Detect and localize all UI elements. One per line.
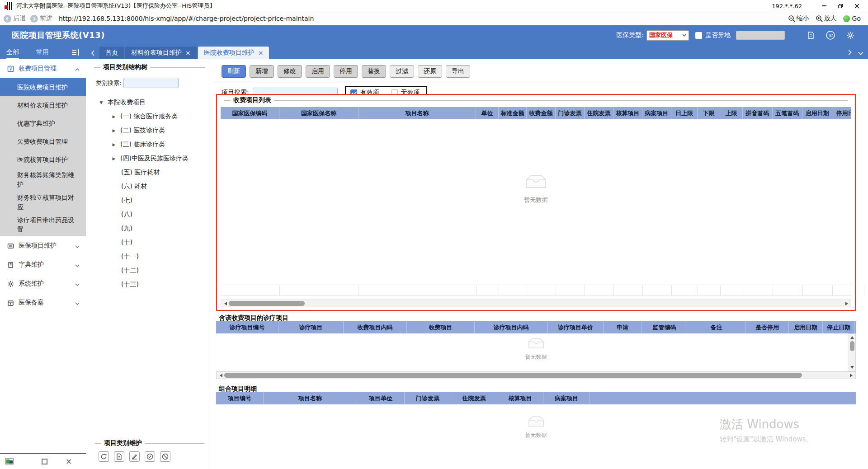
enable-category-button[interactable] (145, 451, 155, 462)
tab-close-icon[interactable]: × (258, 49, 264, 56)
过滤-button[interactable]: 过滤 (390, 65, 414, 78)
treatment-table-hscrollbar[interactable] (216, 371, 856, 379)
刷新-button[interactable]: 刷新 (222, 65, 246, 78)
tree-node-(十三)[interactable]: (十三) (90, 277, 209, 291)
column-header-拼音首码[interactable]: 拼音首码 (743, 107, 773, 119)
新增-button[interactable]: 新增 (250, 65, 274, 78)
sidebar-group-系统维护[interactable]: 系统维护 (0, 274, 86, 293)
go-button[interactable]: Go (852, 15, 861, 22)
column-header-停止日期[interactable]: 停止日期 (823, 321, 855, 333)
column-header-病案项目[interactable]: 病案项目 (543, 392, 590, 404)
hscroll-thumb[interactable] (224, 373, 802, 378)
column-header-是否停用[interactable]: 是否停用 (746, 321, 789, 333)
tree-node-(十一)[interactable]: (十一) (90, 249, 209, 263)
column-header-备注[interactable]: 备注 (687, 321, 746, 333)
column-header-诊疗项目单价[interactable]: 诊疗项目单价 (548, 321, 604, 333)
导出-button[interactable]: 导出 (446, 65, 470, 78)
si-button[interactable]: SI (825, 29, 836, 41)
sidebar-item-诊疗项目带出药品设置[interactable]: 诊疗项目带出药品设置 (0, 214, 86, 236)
column-header-标准金额[interactable]: 标准金额 (499, 107, 527, 119)
column-header-项目编号[interactable]: 项目编号 (216, 392, 264, 404)
sidebar-item-医院收费项目维护[interactable]: 医院收费项目维护 (0, 78, 86, 96)
替换-button[interactable]: 替换 (362, 65, 386, 78)
close-widget-icon[interactable]: × (66, 458, 72, 465)
tree-collapsed-icon[interactable]: ▶ (111, 114, 117, 119)
zoom-in-button[interactable]: 放大 (816, 14, 837, 23)
column-header-门诊发票[interactable]: 门诊发票 (405, 392, 451, 404)
scroll-left-button[interactable] (221, 300, 229, 307)
column-header-收费项目内码[interactable]: 收费项目内码 (344, 321, 407, 333)
scroll-right-button[interactable] (848, 372, 855, 379)
sidebar-group-医保备案[interactable]: 医保备案 (0, 293, 86, 312)
column-header-住院发票[interactable]: 住院发票 (585, 107, 613, 119)
sidebar-group-医保项目维护[interactable]: 医保项目维护 (0, 236, 86, 255)
column-header-申请[interactable]: 申请 (604, 321, 642, 333)
remote-checkbox[interactable] (695, 32, 702, 39)
close-button[interactable] (850, 1, 863, 10)
sidebar-item-财务独立核算项目对应[interactable]: 财务独立核算项目对应 (0, 191, 86, 214)
column-header-项目名称[interactable]: 项目名称 (264, 392, 357, 404)
document-button[interactable] (805, 29, 816, 41)
tree-collapsed-icon[interactable]: ▶ (111, 128, 117, 133)
column-header-诊疗项目编号[interactable]: 诊疗项目编号 (216, 321, 278, 333)
sidebar-item-材料价表项目维护[interactable]: 材料价表项目维护 (0, 96, 86, 114)
tab-首页[interactable]: 首页 (99, 47, 124, 59)
address-url[interactable]: http://192.168.5.131:8000/his-xmgl/app/#… (59, 15, 314, 22)
还原-button[interactable]: 还原 (418, 65, 442, 78)
menu-collapse-icon[interactable] (72, 49, 80, 56)
column-header-收费项目[interactable]: 收费项目 (407, 321, 475, 333)
column-header-收费金额[interactable]: 收费金额 (527, 107, 556, 119)
tree-node-(六) 耗材[interactable]: (六) 耗材 (90, 179, 209, 193)
remote-input[interactable] (736, 31, 785, 40)
tab-close-icon[interactable]: × (185, 49, 191, 56)
tab-医院收费项目维护[interactable]: 医院收费项目维护× (198, 47, 269, 59)
tab-menu-button[interactable] (858, 50, 863, 56)
tree-expanded-icon[interactable]: ▼ (99, 100, 104, 105)
tree-node-(十二)[interactable]: (十二) (90, 263, 209, 277)
column-header-诊疗项目内码[interactable]: 诊疗项目内码 (475, 321, 548, 333)
treatment-table-vscrollbar[interactable] (849, 333, 856, 371)
sidebar-item-医院核算项目维护[interactable]: 医院核算项目维护 (0, 150, 86, 169)
column-header-核算项目[interactable]: 核算项目 (613, 107, 642, 119)
tree-node-(四)中医及民族医诊疗类[interactable]: ▶(四)中医及民族医诊疗类 (90, 151, 209, 165)
tree-collapsed-icon[interactable]: ▶ (111, 156, 117, 161)
sidebar-group-字典维护[interactable]: 字典维护 (0, 255, 86, 274)
new-category-button[interactable] (114, 451, 124, 462)
vscroll-thumb[interactable] (850, 341, 854, 351)
scroll-up-button[interactable] (849, 334, 856, 340)
hscroll-thumb[interactable] (229, 301, 305, 306)
column-header-国家医保名称[interactable]: 国家医保名称 (279, 107, 359, 119)
disable-category-button[interactable] (160, 451, 170, 462)
insurance-type-select[interactable]: 国家医保 (646, 30, 689, 41)
修改-button[interactable]: 修改 (278, 65, 302, 78)
column-header-门诊发票[interactable]: 门诊发票 (556, 107, 585, 119)
scroll-down-button[interactable] (849, 365, 856, 371)
tree-node-(八)[interactable]: (八) (90, 207, 209, 221)
forward-button[interactable]: 前进 (30, 14, 52, 23)
settings-button[interactable] (844, 29, 856, 41)
tree-node-(七)[interactable]: (七) (90, 193, 209, 207)
sidebar-item-财务核算账簿类别维护[interactable]: 财务核算账簿类别维护 (0, 169, 86, 191)
refresh-category-button[interactable] (99, 451, 109, 462)
column-header-国家医保编码[interactable]: 国家医保编码 (221, 107, 279, 119)
collapse-tabs-button[interactable] (86, 47, 99, 59)
tree-node-(十)[interactable]: (十) (90, 235, 209, 249)
tab-材料价表项目维护[interactable]: 材料价表项目维护× (125, 47, 197, 59)
back-button[interactable]: 后退 (4, 14, 26, 23)
charge-table-hscrollbar[interactable] (221, 300, 851, 307)
停用-button[interactable]: 停用 (334, 65, 358, 78)
sidebar-item-优惠字典维护[interactable]: 优惠字典维护 (0, 114, 86, 132)
column-header-单位[interactable]: 单位 (476, 107, 499, 119)
column-header-日上限[interactable]: 日上限 (671, 107, 698, 119)
sidebar-group-收费项目管理[interactable]: ¥收费项目管理 (0, 59, 86, 78)
column-header-项目单位[interactable]: 项目单位 (357, 392, 405, 404)
tree-node-(三) 临床诊疗类[interactable]: ▶(三) 临床诊疗类 (90, 137, 209, 151)
启用-button[interactable]: 启用 (306, 65, 330, 78)
minimize-button[interactable] (817, 1, 831, 10)
column-header-核算项目[interactable]: 核算项目 (497, 392, 543, 404)
sidebar-tab-common[interactable]: 常用 (36, 45, 49, 59)
edit-category-button[interactable] (129, 451, 140, 462)
zoom-out-button[interactable]: 缩小 (788, 14, 809, 23)
column-header-项目名称[interactable]: 项目名称 (359, 107, 476, 119)
scroll-right-button[interactable] (843, 300, 851, 307)
